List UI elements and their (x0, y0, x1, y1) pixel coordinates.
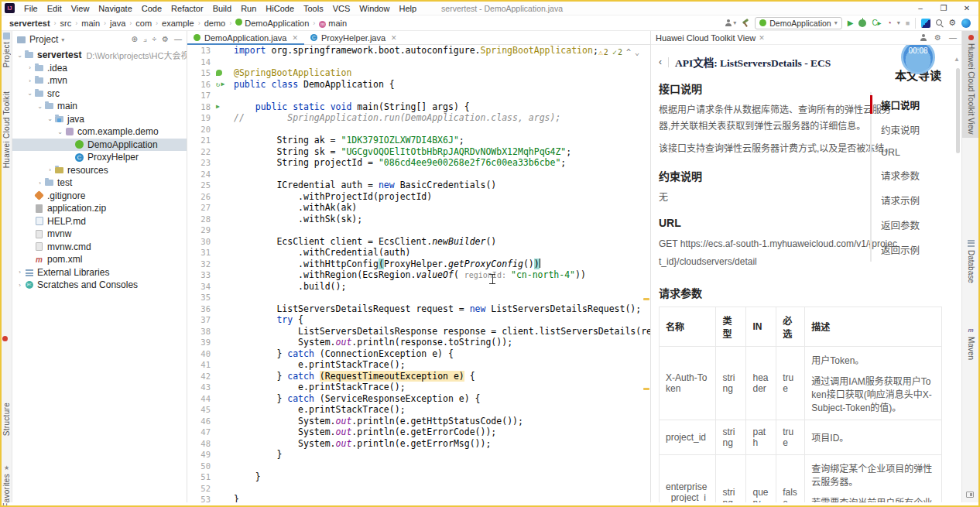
code-line-25[interactable]: 25 ICredential auth = new BasicCredentia… (187, 180, 650, 191)
code-line-31[interactable]: 31 .withCredential(auth) (187, 247, 650, 259)
locate-file-icon[interactable]: ⊕ (131, 35, 137, 44)
maximize-button[interactable]: ❐ (932, 2, 955, 15)
menu-file[interactable]: File (19, 2, 43, 15)
close-icon[interactable]: ✕ (759, 34, 765, 42)
tree-item-src[interactable]: ⌄src (12, 87, 187, 101)
tree-item--idea[interactable]: ›.idea (12, 62, 187, 75)
breadcrumb-item-java[interactable]: java (108, 19, 127, 28)
user-account-icon[interactable]: ▾ (725, 19, 736, 26)
hide-panel-icon[interactable]: — (174, 35, 182, 44)
code-line-23[interactable]: 23 String projectId = "086cd4ee9e00268e2… (187, 157, 650, 169)
code-line-43[interactable]: 43 e.printStackTrace(); (187, 382, 650, 393)
editor-tab-demoapplication-java[interactable]: DemoApplication.java✕ (187, 31, 304, 44)
back-arrow-icon[interactable]: ‹ (659, 57, 662, 67)
toolkit-tab-label[interactable]: Huawei Cloud Toolkit View (656, 33, 756, 43)
code-line-19[interactable]: 19// SpringApplication.run(DemoApplicati… (187, 112, 650, 124)
code-line-16[interactable]: 16↻▶public class DemoApplication { (187, 79, 650, 91)
run-method-icon[interactable]: ▶ (216, 101, 220, 113)
toc-item[interactable]: 接口说明 (872, 92, 941, 117)
code-line-38[interactable]: 38 ListServersDetailsResponse response =… (187, 326, 650, 337)
tree-item-servertest[interactable]: ⌄servertestD:\Work\projects\HC大会视频\serve… (12, 49, 187, 62)
close-button[interactable]: ✕ (955, 2, 978, 15)
debug-button[interactable] (858, 19, 866, 27)
menu-view[interactable]: View (67, 2, 94, 15)
account-icon[interactable] (920, 34, 927, 41)
tree-item-test[interactable]: ›test (12, 176, 187, 190)
chevron-down-icon[interactable]: ⌄ (15, 52, 24, 59)
spring-bean-icon[interactable] (216, 70, 222, 76)
code-line-53[interactable]: 53} (187, 494, 650, 502)
close-tab-icon[interactable]: ✕ (391, 34, 397, 42)
close-tab-icon[interactable]: ✕ (292, 34, 298, 42)
tool-window-huawei-cloud-toolkit[interactable]: Huawei Cloud Toolkit (2, 91, 11, 168)
code-line-17[interactable]: 17 (187, 90, 650, 101)
code-line-28[interactable]: 28 .withSk(sk); (187, 214, 650, 225)
run-coverage-button[interactable]: C▸ (872, 19, 881, 27)
chevron-down-icon[interactable]: ⌄ (26, 90, 34, 97)
menu-refactor[interactable]: Refactor (166, 2, 208, 15)
rerun-icon[interactable]: ↻ (216, 79, 220, 91)
chevron-right-icon[interactable]: › (15, 282, 24, 289)
menu-help[interactable]: Help (394, 2, 421, 15)
code-line-15[interactable]: 15@SpringBootApplication (187, 67, 650, 79)
tree-item-com-example-demo[interactable]: ⌄com.example.demo (12, 125, 187, 139)
code-line-27[interactable]: 27 .withAk(ak) (187, 202, 650, 214)
tree-item-scratches-and-consoles[interactable]: ›✄Scratches and Consoles (12, 279, 187, 292)
tool-window-structure[interactable]: Structure (2, 403, 11, 436)
settings-gear-icon[interactable]: ⚙ (948, 18, 956, 28)
tree-item-application-zip[interactable]: application.zip (12, 202, 187, 215)
chevron-right-icon[interactable]: › (26, 64, 34, 71)
panel-settings-gear-icon[interactable]: ⚙ (162, 35, 169, 44)
tree-item-demoapplication[interactable]: DemoApplication (12, 139, 187, 152)
huawei-cloud-icon[interactable] (961, 19, 971, 28)
code-line-42[interactable]: 42 } catch (RequestTimeoutException e) { (187, 371, 650, 382)
code-line-30[interactable]: 30 EcsClient client = EcsClient.newBuild… (187, 236, 650, 248)
menu-window[interactable]: Window (355, 2, 394, 15)
layout-corner-icon[interactable] (966, 492, 974, 498)
tree-item--gitignore[interactable]: .gitignore (12, 190, 187, 203)
tool-window-project[interactable]: Project (2, 33, 11, 67)
code-line-22[interactable]: 22 String sk = "UGCgvOQOElItOtbHbRpJAQRD… (187, 146, 650, 158)
menu-build[interactable]: Build (208, 2, 236, 15)
breadcrumb-item-example[interactable]: example (160, 19, 196, 28)
code-line-41[interactable]: 41 e.printStackTrace(); (187, 359, 650, 371)
code-line-44[interactable]: 44 } catch (ServiceResponseException e) … (187, 393, 650, 405)
run-configuration-select[interactable]: DemoApplication ▾ (755, 17, 841, 29)
menu-tools[interactable]: Tools (299, 2, 328, 15)
code-line-33[interactable]: 33 .withRegion(EcsRegion.valueOf( region… (187, 269, 650, 281)
menu-vcs[interactable]: VCS (328, 2, 355, 15)
next-issue-arrow-icon[interactable]: ⌄ (635, 47, 639, 59)
toc-item[interactable]: 约束说明 (872, 117, 941, 142)
code-line-18[interactable]: 18▶ public static void main(String[] arg… (187, 101, 650, 113)
code-line-34[interactable]: 34 .build(); (187, 281, 650, 293)
chevron-right-icon[interactable]: › (15, 269, 24, 276)
menu-edit[interactable]: Edit (43, 2, 67, 15)
code-editor[interactable]: 13import org.springframework.boot.autoco… (187, 45, 650, 502)
chevron-right-icon[interactable]: › (36, 180, 44, 187)
toc-item[interactable]: URL (872, 142, 941, 163)
collapse-all-icon[interactable]: ÷ (152, 35, 157, 44)
menu-run[interactable]: Run (236, 2, 261, 15)
right-strip-database[interactable]: Database (962, 236, 979, 287)
chevron-down-icon[interactable]: ⌄ (56, 128, 64, 135)
scroll-up-arrow-icon[interactable]: ▲ (954, 56, 960, 63)
code-line-35[interactable]: 35 (187, 292, 650, 303)
panel-scrollbar[interactable] (956, 68, 960, 153)
build-hammer-icon[interactable] (742, 19, 749, 27)
code-line-46[interactable]: 46 System.out.println(e.getHttpStatusCod… (187, 416, 650, 427)
stop-button[interactable]: ■ (906, 19, 910, 27)
menu-hicode[interactable]: HiCode (261, 2, 299, 15)
code-line-24[interactable]: 24 (187, 169, 650, 180)
breadcrumb-item-main[interactable]: mmain (317, 19, 348, 28)
code-line-52[interactable]: 52 (187, 483, 650, 495)
hide-toolkit-icon[interactable]: — (949, 33, 957, 42)
breadcrumb-item-src[interactable]: src (59, 19, 74, 28)
tree-item-mvnw[interactable]: mvnw (12, 228, 187, 241)
tree-item--mvn[interactable]: ›.mvn (12, 74, 187, 87)
code-line-36[interactable]: 36 ListServersDetailsRequest request = n… (187, 303, 650, 315)
run-class-icon[interactable]: ▶ (221, 79, 224, 91)
right-strip-huawei-cloud-toolkit-view[interactable]: Huawei Cloud Toolkit View (962, 31, 979, 138)
minimize-button[interactable]: – (909, 2, 932, 15)
editor-tab-proxyhelper-java[interactable]: CProxyHelper.java✕ (304, 31, 403, 44)
tree-item-resources[interactable]: ›resources (12, 164, 187, 177)
